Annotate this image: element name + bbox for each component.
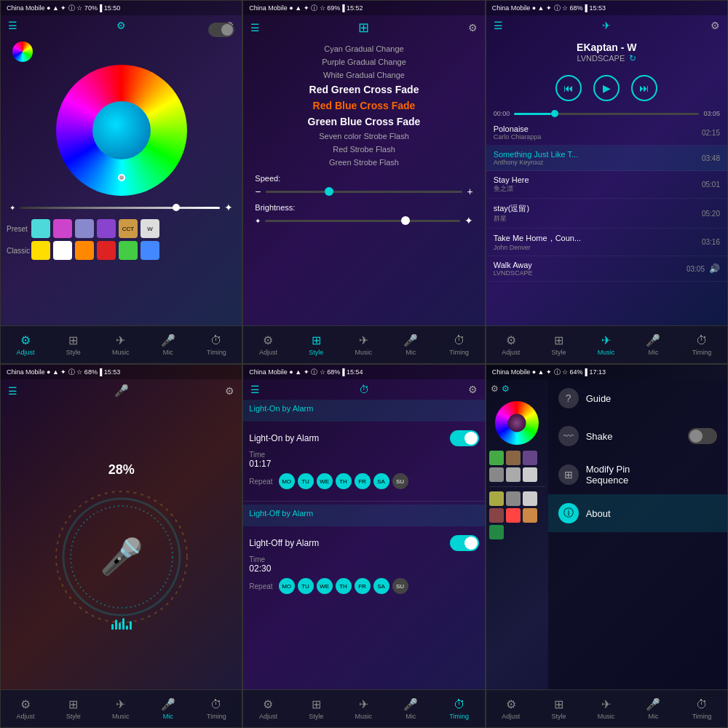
nav-adjust-5[interactable]: ⚙Adjust bbox=[253, 695, 283, 723]
nav-music-4[interactable]: ✈Music bbox=[106, 695, 135, 723]
preset-swatch-1[interactable] bbox=[31, 219, 50, 238]
nav-style-5[interactable]: ⊞Style bbox=[303, 695, 329, 723]
settings-icon-2[interactable]: ⚙ bbox=[468, 22, 478, 33]
power-toggle[interactable] bbox=[208, 36, 234, 37]
alarm-off-toggle[interactable] bbox=[450, 535, 479, 551]
play-button[interactable]: ▶ bbox=[593, 75, 620, 101]
nav-mic-6[interactable]: 🎤Mic bbox=[640, 695, 666, 723]
alarm-off-time-value[interactable]: 02:30 bbox=[249, 563, 478, 574]
mode-red-blue[interactable]: Red Blue Cross Fade bbox=[313, 98, 416, 113]
nav-timing-6[interactable]: ⏱Timing bbox=[687, 695, 718, 723]
day-we-1[interactable]: WE bbox=[317, 473, 333, 489]
nav-style-4[interactable]: ⊞Style bbox=[60, 695, 87, 723]
nav-adjust-4[interactable]: ⚙Adjust bbox=[11, 695, 41, 723]
shake-toggle[interactable] bbox=[688, 428, 717, 444]
gear-icon-left[interactable]: ⚙ bbox=[491, 384, 499, 394]
day-su-2[interactable]: SU bbox=[392, 578, 408, 594]
menu-icon-4[interactable]: ☰ bbox=[8, 385, 17, 397]
classic-s-2[interactable] bbox=[506, 491, 521, 506]
nav-mic-3[interactable]: 🎤Mic bbox=[640, 331, 666, 359]
settings-shake[interactable]: 〰 Shake bbox=[548, 417, 727, 455]
day-fr-2[interactable]: FR bbox=[355, 578, 371, 594]
mode-cyan[interactable]: Cyan Gradual Change bbox=[324, 43, 403, 55]
nav-timing-3[interactable]: ⏱Timing bbox=[687, 331, 718, 359]
progress-track[interactable] bbox=[514, 113, 699, 115]
nav-style-1[interactable]: ⊞Style bbox=[60, 331, 87, 359]
day-su-1[interactable]: SU bbox=[392, 473, 408, 489]
color-wheel[interactable] bbox=[56, 65, 187, 196]
sliders-icon[interactable]: ⚙ bbox=[116, 20, 126, 31]
nav-music-2[interactable]: ✈Music bbox=[349, 331, 378, 359]
nav-timing-2[interactable]: ⏱Timing bbox=[443, 331, 475, 359]
day-mo-1[interactable]: MO bbox=[279, 473, 295, 489]
settings-modify-pin[interactable]: ⊞ Modify PinSequence bbox=[548, 455, 727, 494]
color-dot[interactable] bbox=[12, 41, 33, 62]
day-fr-1[interactable]: FR bbox=[355, 473, 371, 489]
grid-icon[interactable]: ⊞ bbox=[358, 20, 369, 36]
mode-red-green[interactable]: Red Green Cross Fade bbox=[309, 82, 419, 97]
day-th-2[interactable]: TH bbox=[336, 578, 352, 594]
preset-s-2[interactable] bbox=[506, 451, 521, 465]
mode-green-blue[interactable]: Green Blue Cross Fade bbox=[308, 114, 421, 129]
classic-swatch-5[interactable] bbox=[119, 241, 138, 260]
menu-icon-1[interactable]: ☰ bbox=[8, 20, 17, 31]
progress-thumb[interactable] bbox=[551, 110, 558, 117]
classic-swatch-6[interactable] bbox=[141, 241, 159, 260]
classic-swatch-3[interactable] bbox=[75, 241, 94, 260]
preset-swatch-4[interactable] bbox=[97, 219, 116, 238]
mic-icon-large[interactable]: 🎤 bbox=[100, 537, 143, 577]
nav-timing-1[interactable]: ⏱Timing bbox=[201, 331, 232, 359]
song-item-3[interactable]: stay(逗留) 群星 05:20 bbox=[486, 199, 727, 229]
nav-style-3[interactable]: ⊞Style bbox=[546, 331, 572, 359]
day-th-1[interactable]: TH bbox=[336, 473, 352, 489]
timer-icon[interactable]: ⏱ bbox=[359, 384, 369, 395]
settings-guide[interactable]: ? Guide bbox=[548, 379, 727, 417]
nav-mic-4[interactable]: 🎤Mic bbox=[155, 695, 181, 723]
menu-icon-2[interactable]: ☰ bbox=[250, 22, 260, 33]
brightness-slider-2[interactable] bbox=[265, 220, 459, 222]
nav-adjust-2[interactable]: ⚙Adjust bbox=[253, 331, 283, 359]
speed-slider[interactable] bbox=[266, 191, 463, 193]
classic-s-1[interactable] bbox=[489, 491, 504, 506]
nav-style-2[interactable]: ⊞Style bbox=[303, 331, 329, 359]
classic-s-7[interactable] bbox=[489, 525, 504, 539]
preset-s-4[interactable] bbox=[489, 467, 504, 482]
song-item-5[interactable]: Walk Away LVNDSCAPE 03:05 🔊 bbox=[486, 256, 727, 282]
nav-music-3[interactable]: ✈Music bbox=[592, 331, 621, 359]
nav-adjust-1[interactable]: ⚙Adjust bbox=[11, 331, 41, 359]
song-item-4[interactable]: Take Me Home，Coun... John Denver 03:16 bbox=[486, 229, 727, 256]
repeat-icon[interactable]: ↻ bbox=[629, 53, 636, 63]
day-we-2[interactable]: WE bbox=[317, 578, 333, 594]
mode-white[interactable]: White Gradual Change bbox=[323, 69, 405, 81]
prev-button[interactable]: ⏮ bbox=[555, 75, 582, 101]
preset-swatch-3[interactable] bbox=[75, 219, 94, 238]
mode-seven-color[interactable]: Seven color Strobe Flash bbox=[319, 130, 409, 142]
sliders-icon-left[interactable]: ⚙ bbox=[502, 384, 510, 394]
mode-purple[interactable]: Purple Gradual Change bbox=[322, 56, 406, 68]
song-item-2[interactable]: Stay Here 鱼之漂 05:01 bbox=[486, 171, 727, 199]
preset-s-5[interactable] bbox=[506, 467, 521, 482]
mic-main-icon[interactable]: 🎤 bbox=[114, 384, 129, 397]
nav-mic-5[interactable]: 🎤Mic bbox=[397, 695, 424, 723]
preset-s-6[interactable] bbox=[523, 467, 537, 482]
classic-s-3[interactable] bbox=[523, 491, 537, 506]
nav-adjust-3[interactable]: ⚙Adjust bbox=[496, 331, 526, 359]
day-mo-2[interactable]: MO bbox=[279, 578, 295, 594]
nav-music-1[interactable]: ✈Music bbox=[106, 331, 135, 359]
airplane-icon[interactable]: ✈ bbox=[602, 20, 611, 31]
classic-s-4[interactable] bbox=[489, 508, 504, 523]
nav-mic-1[interactable]: 🎤Mic bbox=[155, 331, 181, 359]
color-wheel-handle[interactable] bbox=[118, 174, 125, 181]
nav-timing-4[interactable]: ⏱Timing bbox=[201, 695, 232, 723]
classic-s-5[interactable] bbox=[506, 508, 521, 523]
day-sa-1[interactable]: SA bbox=[373, 473, 389, 489]
brightness-slider[interactable] bbox=[20, 207, 220, 209]
classic-s-6[interactable] bbox=[523, 508, 537, 523]
next-button[interactable]: ⏭ bbox=[631, 75, 657, 101]
classic-swatch-1[interactable] bbox=[31, 241, 50, 260]
menu-icon-3[interactable]: ☰ bbox=[494, 20, 503, 31]
nav-timing-5[interactable]: ⏱Timing bbox=[443, 695, 475, 723]
mode-green-strobe[interactable]: Green Strobe Flash bbox=[329, 157, 399, 168]
preset-s-3[interactable] bbox=[523, 451, 537, 465]
song-item-0[interactable]: Polonaise Carlo Chiarappa 02:15 bbox=[486, 120, 727, 146]
